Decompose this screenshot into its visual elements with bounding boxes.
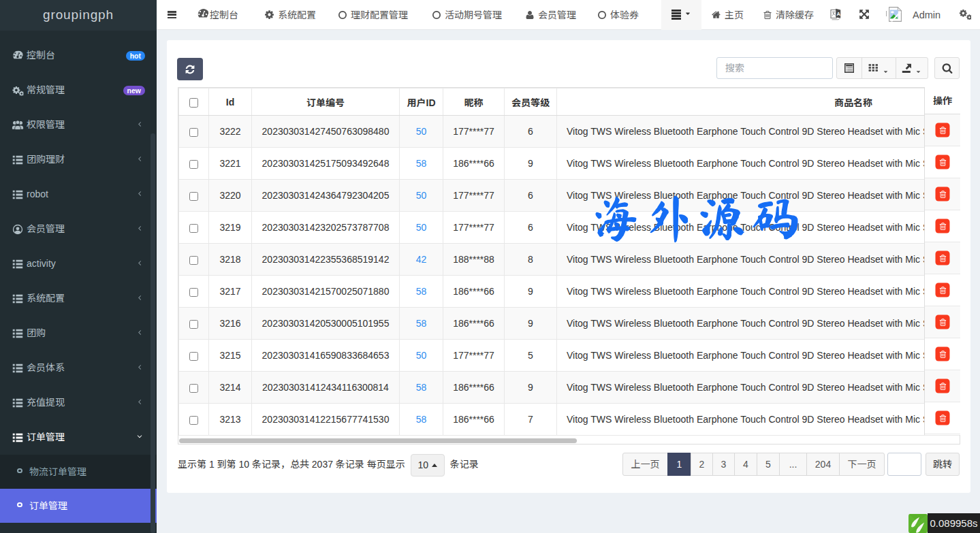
svg-text:A: A [837,11,841,17]
